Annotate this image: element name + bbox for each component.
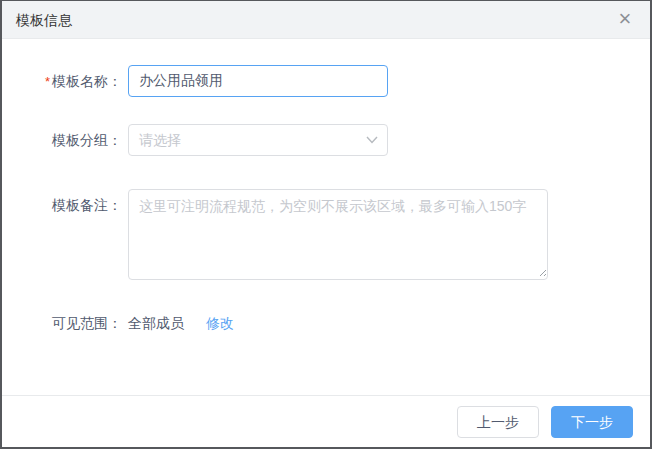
visibility-scope-label: 可见范围：: [2, 313, 122, 333]
dialog-header: 模板信息 ×: [2, 1, 650, 39]
template-group-label: 模板分组：: [2, 124, 122, 156]
close-icon[interactable]: ×: [610, 1, 640, 39]
template-info-dialog: 模板信息 × *模板名称： 模板分组： 请选择 模板备注： 可见: [0, 0, 652, 449]
template-name-input[interactable]: [128, 65, 388, 97]
template-remark-textarea[interactable]: [128, 189, 548, 280]
previous-step-button[interactable]: 上一步: [457, 406, 539, 438]
edit-scope-link[interactable]: 修改: [206, 315, 234, 331]
template-group-select[interactable]: 请选择: [128, 124, 388, 156]
required-asterisk: *: [45, 74, 50, 89]
next-step-button[interactable]: 下一步: [551, 406, 633, 438]
dialog-title: 模板信息: [2, 1, 650, 39]
visibility-scope-value: 全部成员: [128, 315, 184, 331]
template-name-label-text: 模板名称：: [52, 73, 122, 89]
template-name-label: *模板名称：: [2, 65, 122, 98]
template-group-placeholder: 请选择: [129, 125, 387, 155]
dialog-footer: 上一步 下一步: [2, 395, 650, 447]
chevron-down-icon: [366, 136, 378, 144]
template-remark-label: 模板备注：: [2, 189, 122, 215]
